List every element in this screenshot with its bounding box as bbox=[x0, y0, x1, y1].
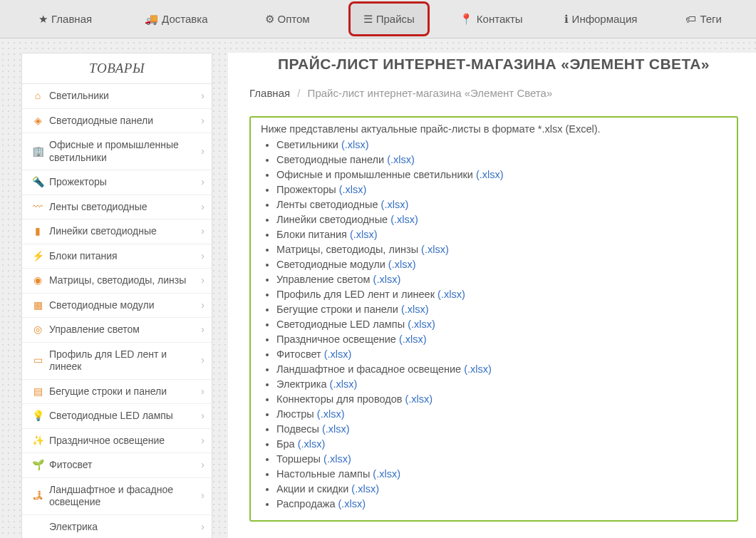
category-icon: 🔦 bbox=[31, 176, 45, 189]
price-xlsx-link[interactable]: (.xlsx) bbox=[339, 184, 367, 195]
price-item-label: Ленты светодиодные bbox=[276, 199, 381, 210]
breadcrumb: Главная / Прайс-лист интернет-магазина «… bbox=[249, 87, 738, 99]
price-xlsx-link[interactable]: (.xlsx) bbox=[399, 333, 427, 345]
price-xlsx-link[interactable]: (.xlsx) bbox=[298, 438, 326, 450]
price-xlsx-link[interactable]: (.xlsx) bbox=[317, 408, 345, 420]
category-icon: ▦ bbox=[31, 299, 45, 312]
sidebar-item[interactable]: 🔦Прожекторы› bbox=[22, 170, 212, 195]
sidebar-item-label: Линейки светодиодные bbox=[49, 225, 198, 238]
price-xlsx-link[interactable]: (.xlsx) bbox=[338, 498, 366, 509]
nav-home[interactable]: ★ Главная bbox=[26, 0, 105, 38]
price-xlsx-link[interactable]: (.xlsx) bbox=[341, 139, 369, 150]
nav-tags[interactable]: 🏷 Теги bbox=[673, 0, 735, 38]
sidebar-item[interactable]: ◎Управление светом› bbox=[22, 317, 212, 342]
price-item-label: Люстры bbox=[276, 408, 317, 420]
sidebar-item[interactable]: ▮Линейки светодиодные› bbox=[22, 219, 212, 244]
nav-contacts[interactable]: 📍 Контакты bbox=[447, 0, 536, 38]
chevron-right-icon: › bbox=[201, 435, 204, 448]
price-list-item: Профиль для LED лент и линеек (.xlsx) bbox=[276, 287, 727, 302]
price-item-label: Светильники bbox=[276, 139, 341, 150]
nav-wholesale[interactable]: ⚙ Оптом bbox=[252, 0, 323, 38]
nav-prices[interactable]: ☰ Прайсы bbox=[348, 1, 430, 36]
chevron-right-icon: › bbox=[201, 274, 204, 287]
sidebar-item[interactable]: 🌱Фитосвет› bbox=[22, 452, 212, 477]
sidebar-item[interactable]: ⌂Светильники› bbox=[22, 84, 212, 108]
price-item-label: Ландшафтное и фасадное освещение bbox=[276, 363, 464, 375]
price-list: Светильники (.xlsx)Светодиодные панели (… bbox=[261, 138, 727, 512]
price-xlsx-link[interactable]: (.xlsx) bbox=[437, 289, 465, 300]
sidebar: ТОВАРЫ ⌂Светильники›◈Светодиодные панели… bbox=[21, 53, 212, 538]
sidebar-item[interactable]: 💡Светодиодные LED лампы› bbox=[22, 403, 212, 428]
info-icon: ℹ bbox=[564, 14, 569, 24]
sidebar-item[interactable]: ◉Матрицы, светодиоды, линзы› bbox=[22, 268, 212, 293]
top-nav: ★ Главная 🚚 Доставка ⚙ Оптом ☰ Прайсы 📍 … bbox=[0, 0, 756, 38]
price-list-item: Блоки питания (.xlsx) bbox=[276, 227, 727, 242]
price-xlsx-link[interactable]: (.xlsx) bbox=[421, 244, 449, 255]
nav-label: Оптом bbox=[278, 13, 310, 25]
price-xlsx-link[interactable]: (.xlsx) bbox=[322, 423, 350, 435]
price-item-label: Праздничное освещение bbox=[276, 333, 399, 345]
nav-label: Теги bbox=[700, 13, 722, 25]
price-xlsx-link[interactable]: (.xlsx) bbox=[350, 229, 378, 240]
price-xlsx-link[interactable]: (.xlsx) bbox=[401, 304, 429, 315]
chevron-right-icon: › bbox=[201, 521, 204, 534]
price-item-label: Матрицы, светодиоды, линзы bbox=[276, 244, 421, 255]
sidebar-item[interactable]: ⚡Блоки питания› bbox=[22, 244, 212, 269]
nav-label: Контакты bbox=[477, 13, 523, 25]
price-xlsx-link[interactable]: (.xlsx) bbox=[476, 169, 504, 180]
sidebar-item[interactable]: Электрика› bbox=[22, 514, 212, 539]
breadcrumb-home[interactable]: Главная bbox=[249, 87, 290, 99]
price-list-item: Ландшафтное и фасадное освещение (.xlsx) bbox=[276, 362, 727, 377]
price-item-label: Линейки светодиодные bbox=[276, 214, 390, 225]
category-icon: ⌂ bbox=[31, 90, 45, 103]
sidebar-item[interactable]: ▦Светодиодные модули› bbox=[22, 293, 212, 318]
category-icon: ▤ bbox=[31, 386, 45, 398]
category-icon: ◉ bbox=[31, 274, 45, 287]
price-list-item: Люстры (.xlsx) bbox=[276, 407, 727, 422]
price-xlsx-link[interactable]: (.xlsx) bbox=[405, 393, 433, 405]
price-xlsx-link[interactable]: (.xlsx) bbox=[390, 214, 418, 225]
price-item-label: Светодиодные LED лампы bbox=[276, 319, 408, 330]
price-xlsx-link[interactable]: (.xlsx) bbox=[373, 468, 400, 480]
nav-label: Прайсы bbox=[376, 13, 415, 25]
price-xlsx-link[interactable]: (.xlsx) bbox=[323, 453, 351, 465]
nav-info[interactable]: ℹ Информация bbox=[552, 0, 651, 38]
tag-icon: 🏷 bbox=[685, 14, 696, 24]
price-xlsx-link[interactable]: (.xlsx) bbox=[387, 154, 415, 165]
price-list-item: Светодиодные модули (.xlsx) bbox=[276, 257, 727, 272]
price-xlsx-link[interactable]: (.xlsx) bbox=[381, 199, 409, 210]
category-icon: 〰 bbox=[31, 201, 45, 214]
list-icon: ☰ bbox=[363, 14, 373, 24]
chevron-right-icon: › bbox=[201, 354, 204, 367]
nav-label: Информация bbox=[572, 13, 638, 25]
category-icon: ◎ bbox=[31, 324, 45, 336]
sidebar-item[interactable]: 🏢Офисные и промышленные светильники› bbox=[22, 133, 212, 170]
price-xlsx-link[interactable]: (.xlsx) bbox=[408, 319, 435, 330]
nav-delivery[interactable]: 🚚 Доставка bbox=[132, 0, 220, 38]
home-icon: ★ bbox=[38, 14, 48, 24]
price-xlsx-link[interactable]: (.xlsx) bbox=[324, 348, 352, 360]
price-xlsx-link[interactable]: (.xlsx) bbox=[330, 378, 358, 390]
sidebar-item-label: Светодиодные LED лампы bbox=[49, 410, 198, 423]
price-list-item: Линейки светодиодные (.xlsx) bbox=[276, 212, 727, 227]
price-item-label: Управление светом bbox=[276, 274, 373, 285]
sidebar-item[interactable]: ▤Бегущие строки и панели› bbox=[22, 379, 212, 404]
price-item-label: Электрика bbox=[276, 378, 330, 390]
price-item-label: Акции и скидки bbox=[276, 483, 351, 495]
price-xlsx-link[interactable]: (.xlsx) bbox=[388, 259, 416, 270]
sidebar-item[interactable]: ✨Праздничное освещение› bbox=[22, 428, 212, 453]
sidebar-item-label: Бегущие строки и панели bbox=[49, 386, 198, 398]
price-item-label: Светодиодные модули bbox=[276, 259, 388, 270]
chevron-right-icon: › bbox=[201, 90, 204, 103]
sidebar-item-label: Матрицы, светодиоды, линзы bbox=[49, 274, 198, 287]
price-item-label: Подвесы bbox=[276, 423, 322, 435]
price-xlsx-link[interactable]: (.xlsx) bbox=[351, 483, 379, 495]
price-xlsx-link[interactable]: (.xlsx) bbox=[373, 274, 401, 285]
sidebar-item[interactable]: ◈Светодиодные панели› bbox=[22, 108, 212, 133]
sidebar-item[interactable]: ▭Профиль для LED лент и линеек› bbox=[22, 342, 212, 379]
sidebar-item[interactable]: 〰Ленты светодиодные› bbox=[22, 195, 212, 219]
price-xlsx-link[interactable]: (.xlsx) bbox=[464, 363, 492, 375]
price-box: Ниже представлены актуальные прайс-листы… bbox=[249, 116, 738, 522]
sidebar-item[interactable]: 🏞Ландшафтное и фасадное освещение› bbox=[22, 477, 212, 514]
chevron-right-icon: › bbox=[201, 115, 204, 128]
